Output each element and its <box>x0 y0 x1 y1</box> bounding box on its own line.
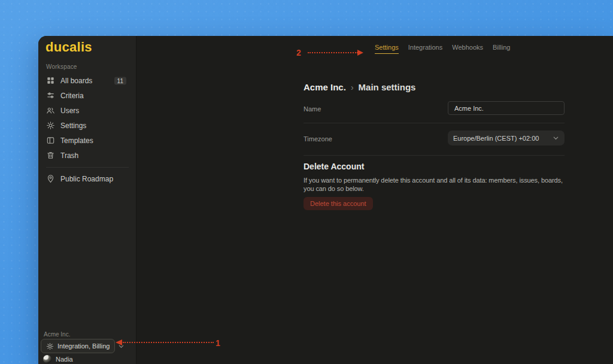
sidebar-item-label: Criteria <box>60 92 84 100</box>
workspace-name-input[interactable] <box>448 101 565 115</box>
sidebar-item-label: Trash <box>60 151 78 160</box>
timezone-field-label: Timezone <box>304 135 332 142</box>
tab-billing[interactable]: Billing <box>493 44 510 54</box>
annotation-step-1-label: 1 <box>216 338 220 348</box>
avatar <box>43 355 51 363</box>
template-icon <box>46 136 55 145</box>
app-window: ducalis Workspace All boards 11 Criteria <box>38 36 613 364</box>
sidebar-item-public-roadmap[interactable]: Public Roadmap <box>38 171 136 186</box>
timezone-select[interactable]: Europe/Berlin (CEST) +02:00 <box>448 131 565 145</box>
workspace-section-label: Workspace <box>46 63 77 70</box>
settings-tab-bar: Settings Integrations Webhooks Billing <box>375 44 510 54</box>
sidebar-item-all-boards[interactable]: All boards 11 <box>38 73 136 88</box>
sidebar-nav: All boards 11 Criteria Users <box>38 73 136 186</box>
tab-integrations[interactable]: Integrations <box>408 44 442 54</box>
workspace-name: Acme Inc. <box>44 331 70 338</box>
users-icon <box>46 106 55 115</box>
annotation-arrow-1-line <box>123 342 214 343</box>
sidebar: ducalis Workspace All boards 11 Criteria <box>38 36 136 364</box>
annotation-arrow-1-head <box>116 339 122 345</box>
delete-account-description: If you want to permanently delete this a… <box>304 176 570 193</box>
annotation-arrow-2-line <box>308 52 358 53</box>
gear-icon <box>46 121 55 130</box>
sidebar-item-templates[interactable]: Templates <box>38 133 136 148</box>
integration-billing-label: Integration, Billing <box>57 342 110 350</box>
map-pin-icon <box>46 174 55 183</box>
sidebar-item-label: All boards <box>60 77 92 85</box>
sidebar-item-criteria[interactable]: Criteria <box>38 88 136 103</box>
boards-count-badge: 11 <box>114 77 126 84</box>
sidebar-item-label: Settings <box>60 122 86 130</box>
sidebar-item-trash[interactable]: Trash <box>38 148 136 163</box>
sidebar-item-label: Users <box>60 107 79 115</box>
ducalis-logo: ducalis <box>45 40 92 55</box>
tab-settings[interactable]: Settings <box>375 44 399 54</box>
user-menu[interactable]: Nadia <box>43 353 73 364</box>
sidebar-item-label: Public Roadmap <box>60 175 113 183</box>
user-name: Nadia <box>56 356 73 363</box>
divider <box>304 155 565 156</box>
tab-webhooks[interactable]: Webhooks <box>452 44 483 54</box>
trash-icon <box>46 151 55 160</box>
grid-icon <box>46 76 55 85</box>
name-field-label: Name <box>304 105 321 113</box>
breadcrumb: Acme Inc. › Main settings <box>304 82 415 92</box>
page-title: Main settings <box>359 82 416 92</box>
annotation-arrow-2-head <box>357 50 363 56</box>
sidebar-item-settings[interactable]: Settings <box>38 118 136 133</box>
chevron-right-icon: › <box>351 83 354 92</box>
sidebar-divider <box>46 167 129 168</box>
breadcrumb-workspace: Acme Inc. <box>304 82 346 92</box>
chevron-down-icon <box>553 135 559 141</box>
divider <box>304 123 565 123</box>
gear-icon <box>46 342 54 350</box>
delete-account-button[interactable]: Delete this account <box>304 197 373 210</box>
desktop-background: ducalis Workspace All boards 11 Criteria <box>0 0 613 364</box>
sidebar-item-users[interactable]: Users <box>38 103 136 118</box>
sidebar-item-label: Templates <box>60 136 93 145</box>
timezone-value: Europe/Berlin (CEST) +02:00 <box>453 135 539 142</box>
delete-account-title: Delete Account <box>304 162 364 171</box>
integration-billing-button[interactable]: Integration, Billing <box>41 339 115 353</box>
annotation-step-2-label: 2 <box>296 48 301 57</box>
criteria-icon <box>46 91 55 100</box>
